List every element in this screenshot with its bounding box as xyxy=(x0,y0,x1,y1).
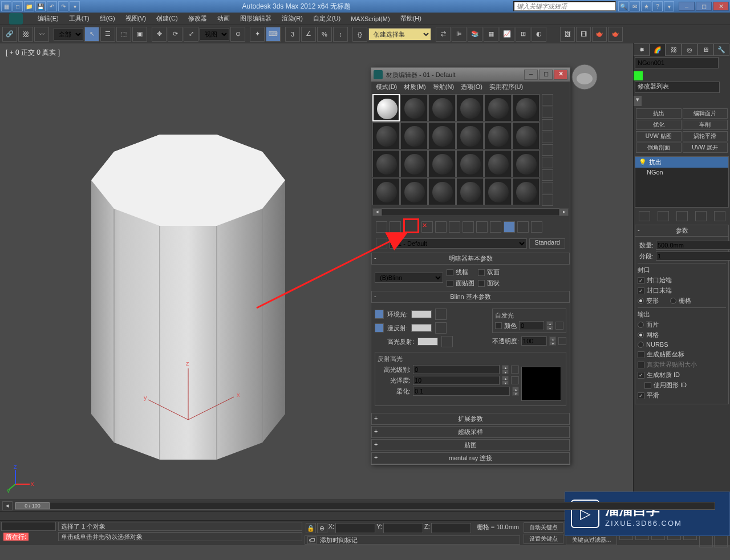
sample-slot[interactable] xyxy=(400,94,428,121)
sample-slot[interactable] xyxy=(484,94,512,121)
show-end-result-icon[interactable] xyxy=(658,211,669,221)
soften-spinner[interactable] xyxy=(413,387,510,396)
self-illum-map-button[interactable] xyxy=(555,322,563,330)
sample-slot[interactable] xyxy=(484,122,512,149)
viewcube-icon[interactable] xyxy=(570,63,599,91)
sample-slot[interactable] xyxy=(456,94,484,121)
sample-slot[interactable] xyxy=(512,122,540,149)
render-iterative-icon[interactable]: 🫖 xyxy=(608,27,623,42)
set-key-button[interactable]: 设置关键点 xyxy=(524,534,563,544)
maximize-button[interactable]: ◻ xyxy=(696,2,712,11)
comm-center-icon[interactable]: ✉ xyxy=(630,1,640,11)
named-selection-sets-dropdown[interactable]: 创建选择集 xyxy=(368,28,431,40)
ambient-color-swatch[interactable] xyxy=(411,310,432,318)
show-map-icon[interactable] xyxy=(476,221,488,233)
sample-slot[interactable] xyxy=(428,150,456,177)
pick-from-object-icon[interactable] xyxy=(376,238,387,249)
motion-tab-icon[interactable]: ◎ xyxy=(682,43,697,56)
transforms-icon[interactable]: ⊕ xyxy=(317,523,327,533)
cap-start-checkbox[interactable] xyxy=(638,277,644,284)
mentalray-rollout[interactable]: +mental ray 连接 xyxy=(371,452,570,464)
smooth-checkbox[interactable] xyxy=(638,392,644,399)
rendered-frame-icon[interactable]: 🎞 xyxy=(576,27,591,42)
select-move-icon[interactable]: ✥ xyxy=(152,27,167,42)
parameters-header[interactable]: - 参数 xyxy=(635,225,728,237)
mod-btn-bevelprofile[interactable]: 倒角剖面 xyxy=(636,143,682,153)
timeline-start-icon[interactable]: ◂ xyxy=(2,501,13,510)
make-preview-icon[interactable] xyxy=(542,157,553,168)
select-scale-icon[interactable]: ⤢ xyxy=(184,27,198,42)
backlight-icon[interactable] xyxy=(542,107,553,118)
amount-spinner[interactable] xyxy=(656,241,730,250)
use-shapeids-checkbox[interactable] xyxy=(644,382,651,389)
ambient-map-button[interactable] xyxy=(435,309,447,320)
sample-slot[interactable] xyxy=(400,122,428,149)
material-editor-icon[interactable]: ◐ xyxy=(532,27,546,42)
mat-minimize-button[interactable]: – xyxy=(524,70,538,80)
modifier-stack[interactable]: 💡 抗出 NGon xyxy=(635,156,729,208)
minimize-button[interactable]: – xyxy=(679,2,695,11)
keyboard-shortcut-icon[interactable]: ⌨ xyxy=(266,27,281,42)
material-type-button[interactable]: Standard xyxy=(529,238,565,249)
menu-animation[interactable]: 动画 xyxy=(217,14,230,23)
help-icon[interactable]: ? xyxy=(652,1,663,11)
make-unique-icon[interactable] xyxy=(449,221,460,233)
curve-editor-icon[interactable]: 📈 xyxy=(500,27,514,42)
modifier-list-dropdown[interactable]: 修改器列表 xyxy=(635,82,720,93)
video-check-icon[interactable] xyxy=(542,144,553,156)
gen-mapping-checkbox[interactable] xyxy=(638,351,644,358)
x-coord-input[interactable] xyxy=(335,523,375,533)
dropdown-arrow-icon[interactable]: ▾ xyxy=(634,96,642,106)
unlink-icon[interactable]: ⛓ xyxy=(18,27,33,42)
sample-slot[interactable] xyxy=(456,122,484,149)
object-color-swatch[interactable] xyxy=(634,71,643,80)
go-forward-icon[interactable] xyxy=(517,221,529,233)
scroll-right-icon[interactable]: ▸ xyxy=(559,208,569,216)
mat-menu-navigation[interactable]: 导航(N) xyxy=(433,83,454,92)
create-tab-icon[interactable]: ✹ xyxy=(634,43,650,56)
supersampling-rollout[interactable]: +超级采样 xyxy=(371,426,570,438)
options-icon[interactable] xyxy=(542,169,553,181)
spinner-snap-icon[interactable]: ↕ xyxy=(333,27,348,42)
opacity-spinner[interactable] xyxy=(521,336,547,346)
stack-item-extrude[interactable]: 💡 抗出 xyxy=(635,157,728,168)
diffuse-lock-icon[interactable] xyxy=(375,323,384,332)
menu-maxscript[interactable]: MAXScript(M) xyxy=(351,15,390,22)
sample-slot[interactable] xyxy=(372,178,400,205)
ref-coord-dropdown[interactable]: 视图 xyxy=(200,28,229,40)
save-icon[interactable]: 💾 xyxy=(35,1,46,11)
sample-slot[interactable] xyxy=(512,94,540,121)
y-coord-input[interactable] xyxy=(383,523,423,533)
mod-btn-optimize[interactable]: 优化 xyxy=(636,120,682,130)
mod-btn-uvwmap[interactable]: UVW 贴图 xyxy=(636,131,682,141)
select-manipulate-icon[interactable]: ✦ xyxy=(250,27,265,42)
self-illum-color-checkbox[interactable] xyxy=(495,322,502,329)
material-editor-titlebar[interactable]: 材质编辑器 - 01 - Default – ◻ ✕ xyxy=(371,68,570,82)
mat-maximize-button[interactable]: ◻ xyxy=(539,70,553,80)
render-production-icon[interactable]: 🫖 xyxy=(592,27,607,42)
edit-named-sets-icon[interactable]: {} xyxy=(352,27,367,42)
hierarchy-tab-icon[interactable]: ⛓ xyxy=(666,43,682,56)
cap-end-checkbox[interactable] xyxy=(638,287,644,294)
menu-edit[interactable]: 编辑(E) xyxy=(38,14,59,23)
menu-customize[interactable]: 自定义(U) xyxy=(313,14,340,23)
sample-slot[interactable] xyxy=(428,122,456,149)
auto-key-button[interactable]: 自动关键点 xyxy=(524,522,563,533)
put-to-library-icon[interactable] xyxy=(390,221,401,233)
ambient-lock-icon[interactable] xyxy=(375,310,384,319)
diffuse-color-swatch[interactable] xyxy=(411,324,432,332)
select-rotate-icon[interactable]: ⟳ xyxy=(168,27,182,42)
viewport-label[interactable]: [ + 0 正交 0 真实 ] xyxy=(6,48,60,58)
align-icon[interactable]: ⊫ xyxy=(452,27,467,42)
menu-group[interactable]: 组(G) xyxy=(100,14,115,23)
make-unique-icon[interactable] xyxy=(676,211,688,221)
new-icon[interactable]: □ xyxy=(13,1,23,11)
select-by-material-icon[interactable] xyxy=(542,182,553,193)
configure-sets-icon[interactable] xyxy=(714,211,725,221)
mod-btn-extrude[interactable]: 抗出 xyxy=(636,108,682,119)
sample-slot[interactable] xyxy=(372,122,400,149)
diffuse-map-button[interactable] xyxy=(435,322,447,334)
material-map-nav-icon[interactable] xyxy=(542,194,553,206)
menu-rendering[interactable]: 渲染(R) xyxy=(282,14,303,23)
layers-icon[interactable]: 📚 xyxy=(468,27,482,42)
